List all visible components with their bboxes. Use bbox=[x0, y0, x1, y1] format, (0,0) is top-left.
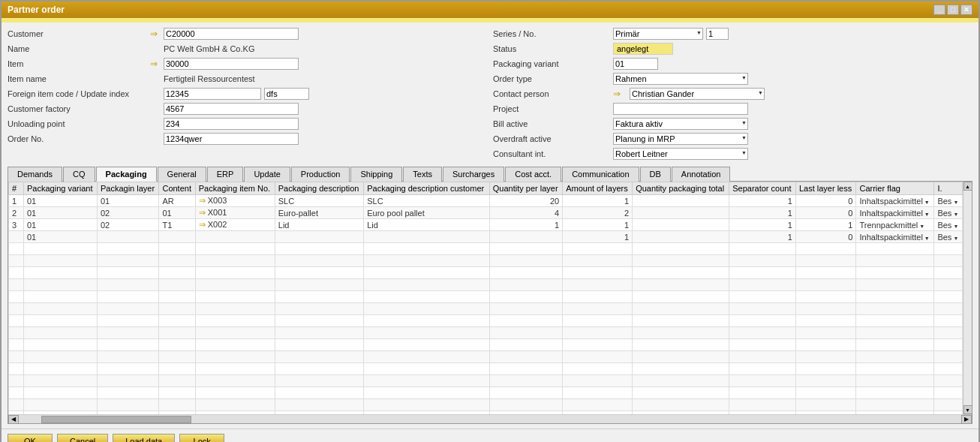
tab-production[interactable]: Production bbox=[291, 167, 350, 182]
ok-button[interactable]: OK bbox=[8, 434, 53, 442]
cell-empty bbox=[633, 291, 729, 303]
bill-active-select[interactable]: Faktura aktiv bbox=[613, 118, 748, 130]
cell-empty bbox=[934, 387, 963, 399]
cancel-button[interactable]: Cancel bbox=[57, 434, 108, 442]
cell-i: Bes▼ bbox=[934, 207, 963, 219]
tab-db[interactable]: DB bbox=[640, 167, 671, 182]
table-row-empty bbox=[9, 387, 963, 399]
cell-empty bbox=[729, 339, 796, 351]
lock-button[interactable]: Lock bbox=[179, 434, 224, 442]
unloading-input[interactable] bbox=[164, 118, 299, 130]
horizontal-scroll-thumb[interactable] bbox=[41, 416, 191, 423]
title-bar: Partner order _ □ ✕ bbox=[2, 2, 978, 18]
cell-empty bbox=[97, 267, 158, 279]
col-header-separator: Separator count bbox=[729, 182, 796, 195]
cell-empty bbox=[24, 375, 98, 387]
tab-cq[interactable]: CQ bbox=[63, 167, 95, 182]
dropdown-arrow-icon[interactable]: ▼ bbox=[953, 200, 958, 205]
scroll-left-button[interactable]: ◀ bbox=[8, 415, 19, 424]
overdraft-select[interactable]: Planung in MRP bbox=[613, 133, 748, 145]
cell-empty bbox=[729, 279, 796, 291]
cell-empty bbox=[795, 255, 856, 267]
customer-label: Customer bbox=[8, 29, 150, 38]
scroll-up-button[interactable]: ▲ bbox=[963, 182, 972, 191]
cell-qty-total bbox=[633, 207, 729, 219]
cell-empty bbox=[9, 399, 24, 411]
cell-empty bbox=[24, 267, 98, 279]
cell-empty bbox=[633, 327, 729, 339]
cell-desc-customer: Lid bbox=[364, 219, 490, 231]
cell-variant: 01 bbox=[24, 207, 98, 219]
item-row: Item ⇒ bbox=[8, 57, 487, 71]
series-num-input[interactable] bbox=[706, 28, 729, 40]
consultant-select[interactable]: Robert Leitner bbox=[613, 148, 748, 160]
update-index-input[interactable] bbox=[264, 88, 309, 100]
minimize-button[interactable]: _ bbox=[933, 5, 945, 15]
cell-empty bbox=[275, 327, 363, 339]
load-data-button[interactable]: Load data bbox=[113, 434, 175, 442]
cell-empty bbox=[364, 291, 490, 303]
order-no-label: Order No. bbox=[8, 134, 150, 143]
customer-input[interactable] bbox=[164, 28, 299, 40]
cell-empty bbox=[633, 363, 729, 375]
cell-empty bbox=[24, 279, 98, 291]
tab-communication[interactable]: Communication bbox=[562, 167, 639, 182]
dropdown-arrow-icon[interactable]: ▼ bbox=[924, 212, 930, 217]
tab-erp[interactable]: ERP bbox=[207, 167, 244, 182]
tab-texts[interactable]: Texts bbox=[403, 167, 442, 182]
cell-empty bbox=[934, 303, 963, 315]
tab-update[interactable]: Update bbox=[244, 167, 290, 182]
cell-amount-layers: 1 bbox=[563, 219, 633, 231]
tab-general[interactable]: General bbox=[158, 167, 206, 182]
tab-packaging[interactable]: Packaging bbox=[96, 167, 157, 182]
order-no-input[interactable] bbox=[164, 133, 299, 145]
cell-empty bbox=[364, 279, 490, 291]
maximize-button[interactable]: □ bbox=[947, 5, 959, 15]
dropdown-arrow-icon[interactable]: ▼ bbox=[953, 224, 958, 229]
scroll-right-button[interactable]: ▶ bbox=[961, 415, 972, 424]
project-input[interactable] bbox=[613, 103, 748, 115]
table-row-empty bbox=[9, 315, 963, 327]
dropdown-arrow-icon[interactable]: ▼ bbox=[924, 236, 930, 241]
tab-shipping[interactable]: Shipping bbox=[350, 167, 402, 182]
dropdown-arrow-icon[interactable]: ▼ bbox=[919, 224, 924, 229]
cell-empty bbox=[489, 243, 562, 255]
series-select[interactable]: Primär bbox=[613, 28, 703, 40]
close-button[interactable]: ✕ bbox=[960, 5, 972, 15]
status-row: Status angelegt bbox=[493, 42, 972, 56]
cell-empty bbox=[729, 363, 796, 375]
foreign-item-input[interactable] bbox=[164, 88, 261, 100]
customer-factory-input[interactable] bbox=[164, 103, 299, 115]
horizontal-scroll-track[interactable] bbox=[19, 416, 961, 423]
cell-empty bbox=[195, 327, 275, 339]
tab-surcharges[interactable]: Surcharges bbox=[443, 167, 504, 182]
vertical-scrollbar[interactable]: ▲ ▼ bbox=[963, 182, 972, 414]
cell-item-no-text: X001 bbox=[208, 208, 227, 217]
dropdown-arrow-icon[interactable]: ▼ bbox=[953, 212, 958, 217]
order-type-select-wrapper: Rahmen bbox=[613, 73, 748, 85]
packaging-variant-input[interactable] bbox=[613, 58, 658, 70]
cell-empty bbox=[24, 363, 98, 375]
cell-arrow-icon: ⇒ bbox=[199, 220, 208, 229]
cell-empty bbox=[275, 375, 363, 387]
item-input[interactable] bbox=[164, 58, 299, 70]
tab-cost-acct[interactable]: Cost acct. bbox=[505, 167, 561, 182]
cell-empty bbox=[275, 315, 363, 327]
scroll-track[interactable] bbox=[964, 191, 972, 405]
cell-empty bbox=[364, 387, 490, 399]
cell-empty bbox=[159, 363, 195, 375]
cell-empty bbox=[195, 363, 275, 375]
order-type-select[interactable]: Rahmen bbox=[613, 73, 748, 85]
dropdown-arrow-icon[interactable]: ▼ bbox=[924, 200, 930, 205]
bill-active-row: Bill active Faktura aktiv bbox=[493, 117, 972, 131]
dropdown-arrow-icon[interactable]: ▼ bbox=[953, 236, 958, 241]
cell-empty bbox=[795, 387, 856, 399]
series-select-wrapper: Primär bbox=[613, 28, 703, 40]
scroll-down-button[interactable]: ▼ bbox=[963, 405, 972, 414]
tab-annotation[interactable]: Annotation bbox=[672, 167, 731, 182]
packaging-table-wrapper[interactable]: # Packaging variant Packagin layer Conte… bbox=[8, 182, 963, 414]
tab-demands[interactable]: Demands bbox=[8, 167, 62, 182]
item-name-spacer: ⇒ bbox=[150, 74, 164, 84]
contact-person-select[interactable]: Christian Gander bbox=[630, 88, 765, 100]
cell-arrow-icon: ⇒ bbox=[199, 208, 208, 217]
